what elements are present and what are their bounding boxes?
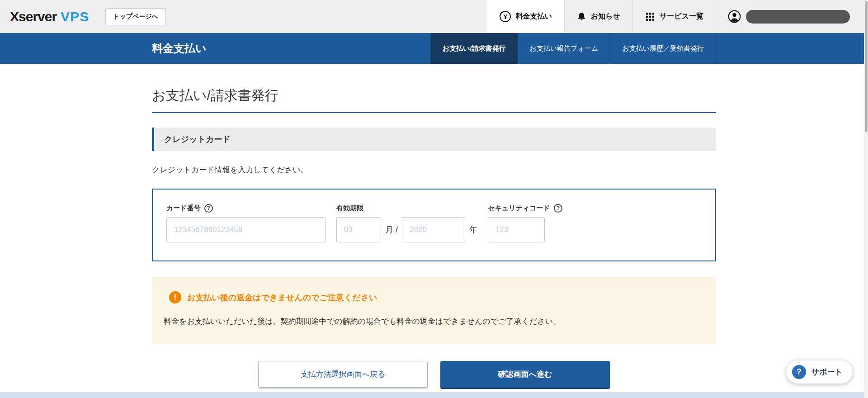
- top-page-button[interactable]: トップページへ: [105, 8, 166, 25]
- card-number-label: カード番号: [166, 204, 201, 213]
- expiry-field-group: 有効期限 月 / 年: [336, 203, 481, 242]
- grid-icon: [645, 12, 655, 22]
- back-button[interactable]: 支払方法選択画面へ戻る: [258, 361, 428, 388]
- question-circle-icon: ?: [792, 365, 806, 379]
- exclamation-icon: !: [169, 291, 181, 303]
- tab-payment-invoice[interactable]: お支払い/請求書発行: [430, 33, 518, 64]
- nav-item-label: サービス一覧: [660, 12, 703, 21]
- instruction-text: クレジットカード情報を入力してください。: [152, 165, 716, 175]
- account-name-redacted: [746, 10, 850, 24]
- main-content: お支払い/請求書発行 クレジットカード クレジットカード情報を入力してください。…: [152, 86, 716, 388]
- footer-strip: [0, 392, 864, 398]
- tab-payment-history[interactable]: お支払い履歴／受領書発行: [610, 33, 716, 64]
- card-number-help-icon[interactable]: ?: [204, 204, 213, 213]
- security-code-help-icon[interactable]: ?: [554, 204, 562, 213]
- section-bar-title: 料金支払い: [152, 41, 207, 56]
- card-number-field-group: カード番号 ?: [166, 203, 326, 242]
- security-code-input[interactable]: [488, 217, 545, 242]
- expiry-year-suffix: 年: [469, 224, 477, 235]
- nav-item-services[interactable]: サービス一覧: [632, 0, 716, 33]
- notice-body: 料金をお支払いいただいた後は、契約期間途中での解約の場合でも料金の返金はできませ…: [164, 316, 704, 327]
- proceed-button[interactable]: 確認画面へ進む: [440, 361, 610, 388]
- form-actions: 支払方法選択画面へ戻る 確認画面へ進む: [152, 361, 716, 388]
- logo-vps: VPS: [61, 9, 89, 24]
- nav-item-news[interactable]: お知らせ: [564, 0, 632, 33]
- credit-card-section-heading: クレジットカード: [152, 128, 716, 151]
- security-code-field-group: セキュリティコード ?: [488, 203, 562, 242]
- scrollbar-thumb[interactable]: [865, 1, 868, 132]
- support-label: サポート: [811, 367, 843, 377]
- user-avatar-icon: [728, 10, 741, 23]
- support-button[interactable]: ? サポート: [786, 360, 853, 384]
- top-bar: XserverVPS トップページへ ¥ 料金支払い お知らせ: [0, 0, 868, 33]
- credit-card-form: カード番号 ? 有効期限 月 / 年 セキュリティコード ?: [152, 189, 716, 261]
- nav-item-label: お知らせ: [591, 12, 620, 21]
- top-nav: ¥ 料金支払い お知らせ サービス一覧: [487, 0, 868, 33]
- notice-title: お支払い後の返金はできませんのでご注意ください: [187, 292, 377, 303]
- sub-tabs: お支払い/請求書発行 お支払い報告フォーム お支払い履歴／受領書発行: [430, 33, 716, 64]
- security-code-label: セキュリティコード: [488, 204, 550, 213]
- page-title: お支払い/請求書発行: [152, 86, 716, 113]
- expiry-month-suffix: 月 /: [385, 224, 398, 235]
- account-menu[interactable]: [716, 0, 868, 33]
- logo[interactable]: XserverVPS: [0, 0, 89, 33]
- nav-item-payment[interactable]: ¥ 料金支払い: [487, 0, 564, 33]
- expiry-month-input[interactable]: [336, 217, 381, 242]
- nav-item-label: 料金支払い: [515, 12, 552, 21]
- expiry-label: 有効期限: [336, 204, 363, 213]
- expiry-year-input[interactable]: [402, 217, 465, 242]
- scrollbar[interactable]: [864, 0, 868, 398]
- bell-icon: [577, 11, 586, 22]
- yen-circle-icon: ¥: [500, 11, 511, 22]
- card-number-input[interactable]: [166, 217, 326, 242]
- tab-payment-report[interactable]: お支払い報告フォーム: [518, 33, 610, 64]
- logo-xserver: Xserver: [10, 9, 57, 24]
- section-header-bar: 料金支払い お支払い/請求書発行 お支払い報告フォーム お支払い履歴／受領書発行: [0, 33, 868, 64]
- refund-notice-box: ! お支払い後の返金はできませんのでご注意ください 料金をお支払いいただいた後は…: [152, 277, 716, 344]
